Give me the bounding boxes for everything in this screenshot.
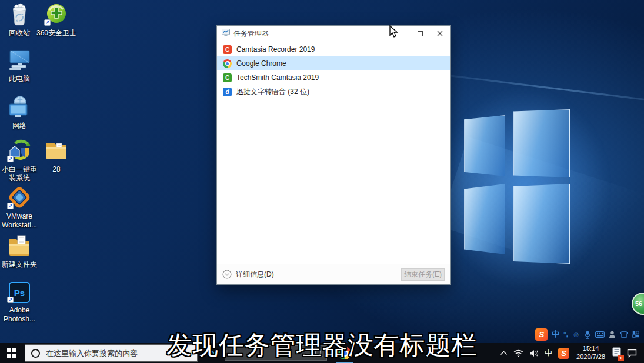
skin-icon[interactable] (620, 331, 628, 338)
sogou-ime-bar: S 中 °, ☺ (533, 327, 642, 342)
search-input[interactable] (46, 349, 181, 358)
desktop-icon-label: VMware Workstati... (1, 212, 38, 230)
task-manager-app-icon (222, 28, 230, 39)
desktop-icon-label: 28 (52, 165, 60, 174)
desktop-icon-photoshop[interactable]: Ps ↗ Adobe Photosh... (1, 281, 38, 324)
notification-tray-button[interactable]: 1 (609, 343, 624, 363)
microphone-icon[interactable] (584, 330, 591, 339)
desktop-icon-label: 回收站 (9, 29, 30, 38)
process-row[interactable]: d 迅捷文字转语音 (32 位) (217, 85, 450, 99)
desktop-icon-network[interactable]: 网络 (1, 96, 38, 130)
desktop-icon-label: 小白一键重装系统 (1, 165, 38, 183)
details-toggle[interactable]: 详细信息(D) (222, 270, 274, 280)
shortcut-arrow-icon: ↗ (7, 156, 14, 162)
windows-logo-wallpaper (464, 109, 571, 267)
desktop-icon-label: 网络 (12, 122, 26, 130)
process-row[interactable]: C Camtasia Recorder 2019 (217, 42, 450, 56)
close-icon (437, 31, 443, 36)
taskbar-edge-button[interactable]: e (201, 343, 222, 363)
clock-date: 2020/7/28 (576, 353, 605, 361)
process-row[interactable]: C TechSmith Camtasia 2019 (217, 70, 450, 85)
close-button[interactable] (430, 26, 450, 41)
keyboard-icon[interactable] (595, 331, 605, 338)
process-row-selected[interactable]: Google Chrome (217, 56, 450, 70)
speaker-icon (529, 349, 539, 357)
action-center-icon (627, 349, 637, 358)
network-icon (7, 96, 32, 120)
recycle-bin-icon (8, 2, 31, 28)
new-folder-icon (8, 234, 31, 259)
system-tray: 中 S 15:14 2020/7/28 1 (497, 343, 644, 363)
windows-start-icon (7, 348, 16, 358)
chrome-icon (338, 347, 351, 359)
shortcut-arrow-icon: ↗ (7, 297, 14, 303)
wifi-icon (513, 349, 523, 357)
start-button[interactable] (0, 343, 24, 363)
ime-tray-indicator[interactable]: 中 (542, 343, 555, 363)
desktop-icon-folder-28[interactable]: 28 (38, 140, 75, 174)
windows-logo-pane (464, 184, 505, 254)
end-task-button[interactable]: 结束任务(E) (401, 268, 445, 281)
shortcut-arrow-icon: ↗ (7, 203, 14, 209)
maximize-button[interactable] (410, 26, 430, 41)
desktop-icon-xiaobai-reinstall[interactable]: ↗ 小白一键重装系统 (1, 140, 38, 183)
taskbar-clock[interactable]: 15:14 2020/7/28 (572, 343, 609, 363)
punctuation-icon[interactable]: °, (563, 331, 568, 338)
action-center-button[interactable] (624, 343, 644, 363)
cortana-icon (31, 349, 40, 358)
taskbar-chrome-button[interactable] (334, 343, 355, 363)
accelerator-ball[interactable]: 56 (632, 293, 644, 315)
desktop-icon-label: 360安全卫士 (36, 29, 76, 38)
window-title: 任务管理器 (233, 29, 269, 39)
camtasia-icon: C (223, 73, 232, 82)
desktop-icon-recycle-bin[interactable]: 回收站 (1, 4, 38, 38)
xunjie-tts-icon: d (223, 88, 232, 96)
show-hidden-icons-button[interactable] (497, 343, 510, 363)
process-name: Google Chrome (236, 59, 286, 68)
windows-logo-pane (513, 184, 570, 264)
process-name: TechSmith Camtasia 2019 (236, 73, 319, 82)
account-icon[interactable] (609, 331, 616, 338)
camtasia-recorder-icon: C (223, 45, 232, 54)
folder-icon (45, 140, 68, 163)
windows-logo-pane (513, 109, 570, 177)
clock-time: 15:14 (576, 345, 605, 353)
desktop-icon-vmware[interactable]: ↗ VMware Workstati... (1, 187, 38, 230)
sogou-icon[interactable]: S (535, 328, 548, 341)
task-manager-window: 任务管理器 C Camtasia Recorder 2019 Google Ch… (216, 25, 451, 285)
emoji-icon[interactable]: ☺ (572, 330, 580, 339)
process-name: Camtasia Recorder 2019 (236, 45, 315, 53)
desktop-icon-360-safety[interactable]: ↗ 360安全卫士 (38, 4, 75, 38)
ime-mode-indicator[interactable]: 中 (552, 329, 559, 340)
desktop-icon-new-folder[interactable]: 新建文件夹 (1, 235, 38, 269)
accelerator-ball-value: 56 (635, 300, 642, 307)
taskbar-search-box[interactable] (25, 344, 198, 362)
desktop-icon-label: 新建文件夹 (2, 260, 37, 269)
windows-logo-pane (464, 115, 505, 176)
this-pc-icon (7, 49, 32, 73)
notification-badge: 1 (618, 355, 624, 361)
desktop-icon-this-pc[interactable]: 此电脑 (1, 49, 38, 83)
taskbar-search-toolbar[interactable] (225, 345, 327, 361)
chrome-icon (223, 59, 232, 68)
task-manager-footer: 详细信息(D) 结束任务(E) (217, 264, 450, 284)
toolbox-icon[interactable] (632, 331, 639, 338)
magnifier-icon (315, 349, 323, 357)
shortcut-arrow-icon: ↗ (44, 19, 51, 26)
taskbar: e d C (0, 343, 644, 363)
volume-tray-button[interactable] (526, 343, 542, 363)
wifi-tray-button[interactable] (510, 343, 526, 363)
chevron-down-circle-icon (222, 270, 232, 279)
details-label: 详细信息(D) (236, 270, 274, 280)
sogou-icon: S (558, 348, 569, 359)
edge-icon: e (208, 347, 215, 359)
desktop-icon-label: Adobe Photosh... (1, 306, 38, 324)
sogou-tray-button[interactable]: S (555, 343, 572, 363)
desktop: 回收站 ↗ 360安全卫士 (0, 0, 644, 363)
maximize-icon (418, 31, 423, 36)
process-list: C Camtasia Recorder 2019 Google Chrome C… (217, 42, 450, 99)
chevron-up-icon (500, 351, 508, 355)
title-bar[interactable]: 任务管理器 (217, 26, 450, 41)
process-name: 迅捷文字转语音 (32 位) (236, 87, 309, 97)
desktop-icon-label: 此电脑 (9, 75, 30, 83)
